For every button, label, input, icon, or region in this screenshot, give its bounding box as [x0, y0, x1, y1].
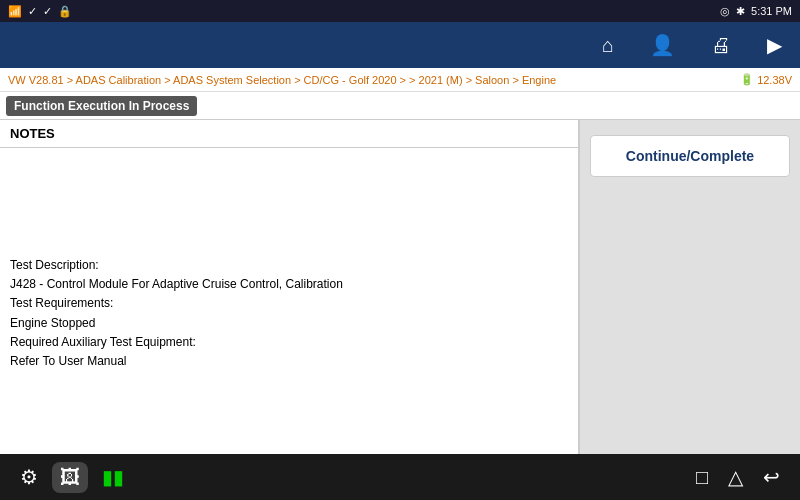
check-icon-1: ✓ — [28, 5, 37, 18]
auxiliary-value: Refer To User Manual — [10, 352, 568, 371]
notes-content: Test Description: J428 - Control Module … — [0, 148, 578, 454]
right-panel: Continue/Complete — [580, 120, 800, 454]
check-icon-2: ✓ — [43, 5, 52, 18]
lock-icon: 🔒 — [58, 5, 72, 18]
bottom-bar: ⚙ 🖼 ▮▮ □ △ ↩ — [0, 454, 800, 500]
battery-mini-icon: 🔋 — [740, 73, 754, 86]
notes-header: NOTES — [0, 120, 578, 148]
bluetooth-icon: ✱ — [736, 5, 745, 18]
left-panel: NOTES Test Description: J428 - Control M… — [0, 120, 580, 454]
breadcrumb-text: VW V28.81 > ADAS Calibration > ADAS Syst… — [8, 74, 556, 86]
gps-icon: ◎ — [720, 5, 730, 18]
test-item-text: J428 - Control Module For Adaptive Cruis… — [10, 275, 568, 294]
top-nav: ⌂ 👤 🖨 ▶ — [0, 22, 800, 68]
function-status-badge: Function Execution In Process — [6, 96, 197, 116]
continue-complete-button[interactable]: Continue/Complete — [590, 135, 790, 177]
home-bottom-icon[interactable]: △ — [728, 465, 743, 489]
test-description-label: Test Description: — [10, 256, 568, 275]
settings-icon[interactable]: ⚙ — [20, 465, 38, 489]
bottom-icons-right: □ △ ↩ — [696, 465, 780, 489]
user-icon[interactable]: 👤 — [642, 29, 683, 61]
function-status-bar: Function Execution In Process — [0, 92, 800, 120]
print-icon[interactable]: 🖨 — [703, 30, 739, 61]
home-icon[interactable]: ⌂ — [594, 30, 622, 61]
test-requirements-label: Test Requirements: — [10, 294, 568, 313]
bottom-icons-left: ⚙ 🖼 ▮▮ — [20, 462, 124, 493]
back-icon[interactable]: ↩ — [763, 465, 780, 489]
auxiliary-label: Required Auxiliary Test Equipment: — [10, 333, 568, 352]
status-bar: 📶 ✓ ✓ 🔒 ◎ ✱ 5:31 PM — [0, 0, 800, 22]
screenshot-icon[interactable]: 🖼 — [52, 462, 88, 493]
time-display: 5:31 PM — [751, 5, 792, 17]
square-icon[interactable]: □ — [696, 466, 708, 489]
status-bar-right: ◎ ✱ 5:31 PM — [720, 5, 792, 18]
breadcrumb-bar: VW V28.81 > ADAS Calibration > ADAS Syst… — [0, 68, 800, 92]
wifi-icon: 📶 — [8, 5, 22, 18]
main-content: NOTES Test Description: J428 - Control M… — [0, 120, 800, 454]
notes-top-space — [10, 156, 568, 256]
requirement-engine-stopped: Engine Stopped — [10, 314, 568, 333]
voltage-display: 🔋 12.38V — [740, 73, 792, 86]
vci-icon[interactable]: ▮▮ — [102, 465, 124, 489]
export-icon[interactable]: ▶ — [759, 29, 790, 61]
status-bar-left: 📶 ✓ ✓ 🔒 — [8, 5, 72, 18]
